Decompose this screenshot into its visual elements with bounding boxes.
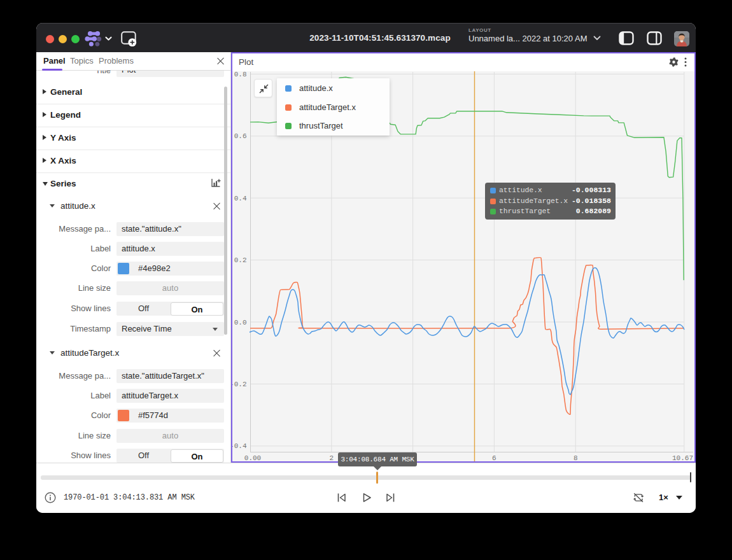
svg-text:0.00: 0.00 — [244, 454, 261, 462]
svg-text:-0.4: -0.4 — [232, 442, 247, 450]
svg-text:10.67: 10.67 — [672, 454, 693, 462]
svg-text:0.2: 0.2 — [234, 256, 247, 264]
svg-text:0.4: 0.4 — [234, 195, 247, 202]
svg-text:0.8: 0.8 — [234, 71, 247, 78]
svg-text:8: 8 — [574, 454, 578, 462]
svg-text:2: 2 — [329, 454, 334, 462]
svg-text:0.0: 0.0 — [234, 319, 247, 326]
svg-text:-0.2: -0.2 — [232, 381, 247, 388]
svg-text:6: 6 — [492, 454, 496, 462]
svg-text:0.6: 0.6 — [234, 132, 247, 140]
